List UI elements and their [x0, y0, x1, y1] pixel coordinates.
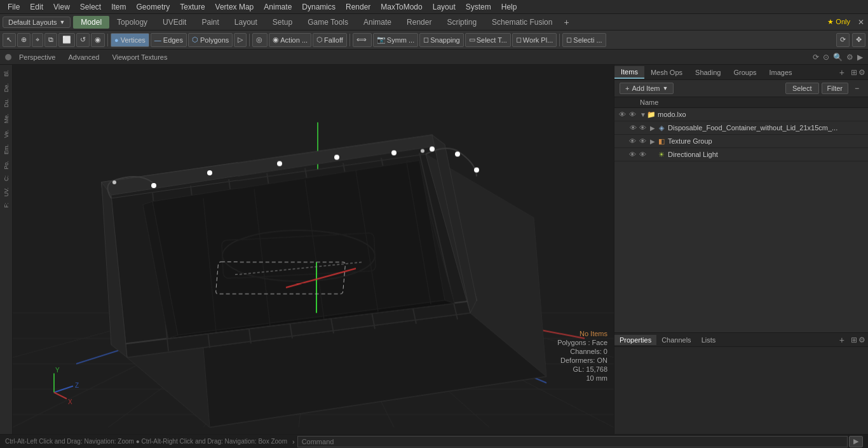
viewport-pan-btn[interactable]: ✥: [852, 33, 865, 47]
eye-icon-texture[interactable]: 👁: [627, 136, 637, 146]
work-plane-btn[interactable]: ▭ Select T...: [465, 33, 511, 47]
add-right-tab-button[interactable]: +: [836, 66, 848, 79]
tab-render[interactable]: Render: [399, 16, 439, 29]
tab-mesh-ops[interactable]: Mesh Ops: [644, 67, 689, 78]
add-item-button[interactable]: + Add Item ▼: [620, 83, 674, 94]
selection-sets-btn[interactable]: ◻ Work Pl...: [512, 33, 557, 47]
tool-rect-btn[interactable]: ⬜: [58, 33, 75, 47]
viewport-dot[interactable]: [5, 54, 11, 60]
render-eye-icon-texture[interactable]: 👁: [637, 136, 648, 146]
tab-items[interactable]: Items: [614, 66, 644, 79]
left-panel-item-uv[interactable]: UV.: [2, 185, 11, 199]
expand-arrow-modo[interactable]: ▼: [637, 111, 646, 118]
tab-paint[interactable]: Paint: [194, 16, 226, 29]
menu-select[interactable]: Select: [75, 1, 106, 13]
menu-maxtomodo[interactable]: MaxToModo: [376, 1, 427, 13]
select-button[interactable]: Select: [785, 83, 819, 94]
tab-layout[interactable]: Layout: [227, 16, 265, 29]
left-panel-item-ve[interactable]: Ve.: [2, 127, 11, 140]
tab-model[interactable]: Model: [73, 16, 109, 29]
render-eye-icon-mesh[interactable]: 👁: [637, 123, 648, 133]
command-go-button[interactable]: ▶: [849, 436, 863, 447]
prop-settings-icon[interactable]: ⚙: [858, 336, 865, 344]
panel-settings-icon[interactable]: ⚙: [858, 68, 865, 77]
list-item-texture[interactable]: 👁 👁 ▶ ◧ Texture Group: [614, 135, 868, 148]
symmetry-btn[interactable]: ⟺: [353, 33, 372, 47]
viewport-settings-icon[interactable]: ⚙: [846, 53, 853, 62]
left-panel-item-c[interactable]: C:: [2, 173, 11, 184]
panel-expand-icon[interactable]: ⊞: [851, 68, 857, 77]
left-panel-item-em[interactable]: Em.: [2, 142, 11, 157]
select-through-btn[interactable]: ◻ Snapping: [419, 33, 464, 47]
menu-item[interactable]: Item: [106, 1, 131, 13]
viewport-rotate-icon[interactable]: ⟳: [813, 53, 819, 62]
eye-icon-mesh[interactable]: 👁: [627, 123, 637, 133]
viewport-3d[interactable]: Z Y X No Items Polygons : Face Channels:…: [13, 65, 614, 434]
tab-uvedit[interactable]: UVEdit: [155, 16, 194, 29]
menu-view[interactable]: View: [48, 1, 75, 13]
menu-help[interactable]: Help: [496, 1, 522, 13]
menu-layout[interactable]: Layout: [428, 1, 461, 13]
vertices-btn[interactable]: ● Vertices: [111, 33, 149, 47]
left-panel-item-f[interactable]: F:: [2, 200, 11, 210]
kits-btn[interactable]: ◻ Selecti ...: [562, 33, 606, 47]
prop-tab-lists[interactable]: Lists: [696, 335, 721, 345]
viewport-advanced-tab[interactable]: Advanced: [63, 52, 104, 62]
viewport-textures-tab[interactable]: Viewport Textures: [107, 52, 172, 62]
render-eye-icon-light[interactable]: 👁: [637, 149, 648, 160]
viewport-rotate-btn[interactable]: ⟳: [836, 33, 850, 47]
command-input[interactable]: [297, 436, 848, 447]
add-layout-button[interactable]: +: [560, 16, 573, 29]
mesh-constraint-btn[interactable]: ⬡ Falloff: [313, 33, 347, 47]
list-item-mesh[interactable]: 👁 👁 ▶ ◈ Disposable_Food_Container_withou…: [614, 121, 868, 135]
snapping-btn[interactable]: 📷 Symm ...: [373, 33, 418, 47]
list-item-light[interactable]: 👁 👁 ▶ ☀ Directional Light: [614, 148, 868, 161]
eye-icon-light[interactable]: 👁: [627, 149, 637, 160]
tool-select-btn[interactable]: ↖: [3, 33, 16, 47]
tab-schematic-fusion[interactable]: Schematic Fusion: [484, 16, 560, 29]
menu-dynamics[interactable]: Dynamics: [297, 1, 341, 13]
tab-scripting[interactable]: Scripting: [439, 16, 484, 29]
left-panel-item-du[interactable]: Du.: [2, 96, 11, 110]
close-layout-button[interactable]: ✕: [854, 17, 868, 28]
prop-tab-properties[interactable]: Properties: [614, 335, 656, 345]
tool-scale-btn[interactable]: ◉: [91, 33, 105, 47]
tab-animate[interactable]: Animate: [356, 16, 399, 29]
tool-circle-btn[interactable]: ⊕: [17, 33, 31, 47]
layout-dropdown[interactable]: Default Layouts ▼: [3, 17, 71, 28]
viewport-sync-icon[interactable]: ⊙: [823, 53, 829, 62]
action-btn[interactable]: ◎: [252, 33, 268, 47]
tool-rotate-btn[interactable]: ↺: [76, 33, 90, 47]
menu-vertex-map[interactable]: Vertex Map: [210, 1, 259, 13]
tab-game-tools[interactable]: Game Tools: [300, 16, 356, 29]
menu-texture[interactable]: Texture: [175, 1, 210, 13]
render-eye-icon-modo[interactable]: 👁: [627, 109, 637, 119]
list-item-modo-lxo[interactable]: 👁 👁 ▼ 📁 modo.lxo: [614, 108, 868, 121]
tab-groups[interactable]: Groups: [727, 67, 763, 78]
tool-transform-btn[interactable]: ⧉: [44, 33, 57, 47]
left-panel-item-bl[interactable]: Bl.: [2, 67, 11, 79]
prop-expand-icon[interactable]: ⊞: [851, 336, 857, 344]
left-panel-item-po[interactable]: Po.: [2, 158, 11, 172]
menu-system[interactable]: System: [461, 1, 496, 13]
left-panel-item-de[interactable]: De.: [2, 81, 11, 95]
minus-button[interactable]: −: [851, 83, 863, 94]
tab-shading[interactable]: Shading: [689, 67, 727, 78]
menu-edit[interactable]: Edit: [25, 1, 48, 13]
tab-images[interactable]: Images: [763, 67, 799, 78]
menu-file[interactable]: File: [3, 1, 25, 13]
tab-topology[interactable]: Topology: [109, 16, 155, 29]
viewport-perspective-tab[interactable]: Perspective: [14, 52, 60, 62]
filter-button[interactable]: Filter: [822, 83, 848, 94]
expand-arrow-mesh[interactable]: ▶: [648, 125, 656, 132]
falloff-btn[interactable]: ◉ Action ...: [269, 33, 311, 47]
menu-animate[interactable]: Animate: [259, 1, 297, 13]
expand-arrow-texture[interactable]: ▶: [648, 138, 656, 145]
tab-setup[interactable]: Setup: [265, 16, 300, 29]
tool-lasso-btn[interactable]: ⌖: [32, 33, 43, 47]
eye-icon-modo[interactable]: 👁: [617, 109, 627, 119]
polygons-btn[interactable]: ⬡ Polygons: [188, 33, 233, 47]
menu-geometry[interactable]: Geometry: [132, 1, 175, 13]
left-panel-item-me[interactable]: Me.: [2, 111, 11, 126]
menu-render[interactable]: Render: [341, 1, 376, 13]
